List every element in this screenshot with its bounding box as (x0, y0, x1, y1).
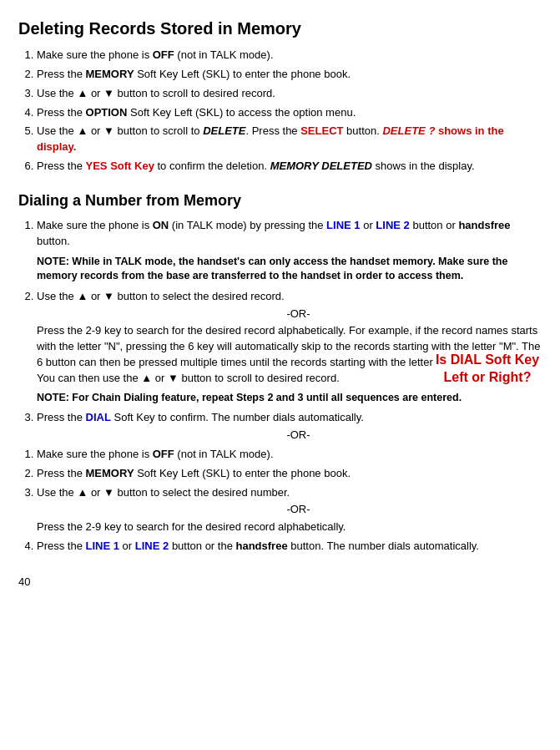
list-item: Press the MEMORY Soft Key Left (SKL) to … (37, 466, 542, 482)
note-block: NOTE: While in TALK mode, the handset's … (37, 255, 542, 284)
callout-box: Is DIAL Soft Key Left or Right? (433, 352, 542, 387)
list-item: Press the MEMORY Soft Key Left (SKL) to … (37, 67, 542, 83)
main-content: Deleting Records Stored in Memory Make s… (18, 17, 542, 590)
list-item: Use the ▲ or ▼ button to select the desi… (37, 289, 542, 406)
list-item: Press the LINE 1 or LINE 2 button or the… (37, 539, 542, 555)
or-block2: -OR- (55, 428, 542, 443)
page-number: 40 (18, 575, 542, 590)
sub-list-area: Make sure the phone is OFF (not in TALK … (18, 447, 542, 555)
section1-list: Make sure the phone is OFF (not in TALK … (18, 48, 542, 175)
note-block-chain: NOTE: For Chain Dialing feature, repeat … (37, 391, 542, 406)
or-block: -OR- (55, 307, 542, 322)
or-block3: -OR- (55, 502, 542, 518)
list-item: Use the ▲ or ▼ button to scroll to desir… (37, 86, 542, 102)
list-item: Make sure the phone is ON (in TALK mode)… (37, 218, 542, 284)
callout-wrapper: Is DIAL Soft Key Left or Right? Make sur… (18, 218, 542, 555)
list-item: Press the DIAL Soft Key to confirm. The … (37, 410, 542, 443)
list-item: Use the ▲ or ▼ button to scroll to DELET… (37, 124, 542, 155)
list-item: Make sure the phone is OFF (not in TALK … (37, 48, 542, 63)
list-item: Use the ▲ or ▼ button to select the desi… (37, 485, 542, 536)
list-item: Make sure the phone is OFF (not in TALK … (37, 447, 542, 463)
section2-list: Make sure the phone is ON (in TALK mode)… (18, 218, 542, 443)
list-item: Press the YES Soft Key to confirm the de… (37, 159, 542, 175)
section2-title: Dialing a Number from Memory (18, 190, 542, 211)
sub-numbered-list: Make sure the phone is OFF (not in TALK … (18, 447, 542, 555)
list-item: Press the OPTION Soft Key Left (SKL) to … (37, 105, 542, 121)
section1-title: Deleting Records Stored in Memory (18, 17, 542, 41)
